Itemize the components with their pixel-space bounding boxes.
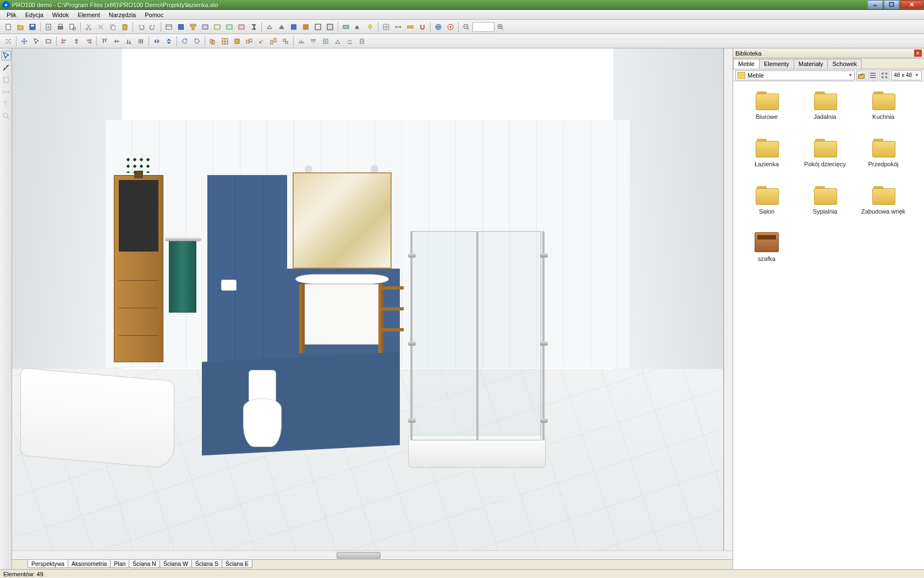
level-op2-icon[interactable] <box>308 36 319 47</box>
level-op6-icon[interactable] <box>356 36 367 47</box>
up-folder-button[interactable] <box>856 70 866 80</box>
export-button[interactable] <box>43 21 54 32</box>
view-shade-button[interactable] <box>324 21 336 32</box>
delete-button[interactable] <box>95 21 106 32</box>
text-a-button[interactable]: a <box>353 21 364 32</box>
library-tab-meble[interactable]: Meble <box>733 59 760 69</box>
paste-button[interactable] <box>119 21 130 32</box>
library-button[interactable] <box>175 21 186 32</box>
viewport-scroll-vertical[interactable] <box>724 48 733 550</box>
menu-plik[interactable]: Plik <box>2 11 21 19</box>
level-op1-icon[interactable] <box>296 36 307 47</box>
library-path-combo[interactable]: Meble ▼ <box>735 70 855 80</box>
flip-h-icon[interactable] <box>151 36 162 47</box>
line-tool[interactable] <box>1 63 11 73</box>
new-file-button[interactable] <box>3 21 14 32</box>
group-op6-icon[interactable] <box>268 36 279 47</box>
target-button[interactable] <box>445 21 456 32</box>
undo-button[interactable] <box>135 21 146 32</box>
viewport-3d[interactable]: demo demo demo demo <box>12 48 724 550</box>
viewport-scroll-horizontal[interactable] <box>12 550 733 559</box>
properties-button[interactable] <box>163 21 174 32</box>
library-folder-biurowe[interactable]: Biurowe <box>738 88 796 131</box>
group-op7-icon[interactable] <box>280 36 291 47</box>
toggle-1-button[interactable] <box>200 21 211 32</box>
align-vcenter-icon[interactable] <box>111 36 122 47</box>
level-op5-icon[interactable] <box>344 36 355 47</box>
library-tab-elementy[interactable]: Elementy <box>759 59 794 69</box>
library-tab-materialy[interactable]: Materiały <box>794 59 828 69</box>
group-op1-icon[interactable] <box>207 36 218 47</box>
align-top-icon[interactable] <box>99 36 110 47</box>
text-tool[interactable]: T <box>1 99 11 109</box>
open-file-button[interactable] <box>15 21 26 32</box>
menu-widok[interactable]: Widok <box>48 11 74 19</box>
redo-button[interactable] <box>147 21 158 32</box>
flip-v-icon[interactable] <box>163 36 174 47</box>
view-tab-sciana-e[interactable]: Ściana E <box>222 560 252 568</box>
dimension-tool[interactable] <box>1 87 11 97</box>
level-op3-icon[interactable] <box>320 36 331 47</box>
group-op3-icon[interactable] <box>232 36 243 47</box>
library-folder-salon[interactable]: Salon <box>738 183 796 226</box>
align-right-icon[interactable] <box>83 36 94 47</box>
sigma-button[interactable] <box>248 21 259 32</box>
grid-button[interactable] <box>381 21 392 32</box>
window-minimize-button[interactable] <box>867 0 883 9</box>
view-tab-plan[interactable]: Plan <box>110 560 129 568</box>
zoom-input[interactable] <box>472 22 494 32</box>
print-preview-button[interactable] <box>67 21 78 32</box>
menu-narzedzia[interactable]: Narzędzia <box>105 11 141 19</box>
zoom-out-button[interactable] <box>461 21 472 32</box>
cut-button[interactable] <box>83 21 94 32</box>
library-close-button[interactable]: ✕ <box>914 50 922 57</box>
library-item-szafka[interactable]: szafka <box>738 230 796 273</box>
structure-button[interactable] <box>188 21 199 32</box>
view-list-button[interactable] <box>868 70 878 80</box>
rotate-ccw-icon[interactable] <box>179 36 190 47</box>
window-maximize-button[interactable] <box>884 0 899 9</box>
toggle-4-button[interactable] <box>236 21 247 32</box>
view-texture-button[interactable] <box>300 21 311 32</box>
view-tab-sciana-n[interactable]: Ściana N <box>129 560 160 568</box>
align-left-icon[interactable] <box>59 36 70 47</box>
menu-edycja[interactable]: Edycja <box>21 11 48 19</box>
rotate-cw-icon[interactable] <box>191 36 202 47</box>
snap-button[interactable] <box>417 21 428 32</box>
view-color-button[interactable] <box>288 21 299 32</box>
level-op4-icon[interactable] <box>332 36 343 47</box>
group-op4-icon[interactable] <box>244 36 255 47</box>
ruler-button[interactable] <box>405 21 416 32</box>
library-tab-schowek[interactable]: Schowek <box>827 59 862 69</box>
view-solid-button[interactable] <box>276 21 287 32</box>
copy-button[interactable] <box>107 21 118 32</box>
align-bottom-icon[interactable] <box>123 36 134 47</box>
library-folder-pokoj[interactable]: Pokój dziecięcy <box>796 135 854 178</box>
view-tab-perspektywa[interactable]: Perspektywa <box>28 560 68 568</box>
shape-tool[interactable] <box>1 75 11 85</box>
group-op2-icon[interactable] <box>219 36 230 47</box>
library-folder-kuchnia[interactable]: Kuchnia <box>854 88 912 131</box>
library-folder-zabudowa[interactable]: Zabudowa wnęk <box>854 183 912 226</box>
move-icon[interactable] <box>19 36 30 47</box>
menu-pomoc[interactable]: Pomoc <box>140 11 168 19</box>
label-toggle-button[interactable] <box>340 21 351 32</box>
snap-grid-icon[interactable] <box>3 36 14 47</box>
view-outline-button[interactable] <box>312 21 323 32</box>
menu-element[interactable]: Element <box>73 11 104 19</box>
view-tab-sciana-s[interactable]: Ściana S <box>191 560 222 568</box>
zoom-tool[interactable] <box>1 111 11 121</box>
library-folder-przedpokoj[interactable]: Przedpokój <box>854 135 912 178</box>
align-hcenter-icon[interactable] <box>71 36 82 47</box>
thumbnail-size-select[interactable]: 48 x 48 ▼ <box>891 70 922 80</box>
globe-button[interactable] <box>433 21 444 32</box>
distribute-icon[interactable] <box>135 36 146 47</box>
library-folder-jadalnia[interactable]: Jadalnia <box>796 88 854 131</box>
toggle-2-button[interactable] <box>212 21 223 32</box>
light-button[interactable] <box>365 21 376 32</box>
rect-tool-icon[interactable] <box>43 36 54 47</box>
library-folder-lazienka[interactable]: Łazienka <box>738 135 796 178</box>
zoom-in-button[interactable] <box>495 21 506 32</box>
view-grid-button[interactable] <box>879 70 889 80</box>
select-icon[interactable] <box>31 36 42 47</box>
